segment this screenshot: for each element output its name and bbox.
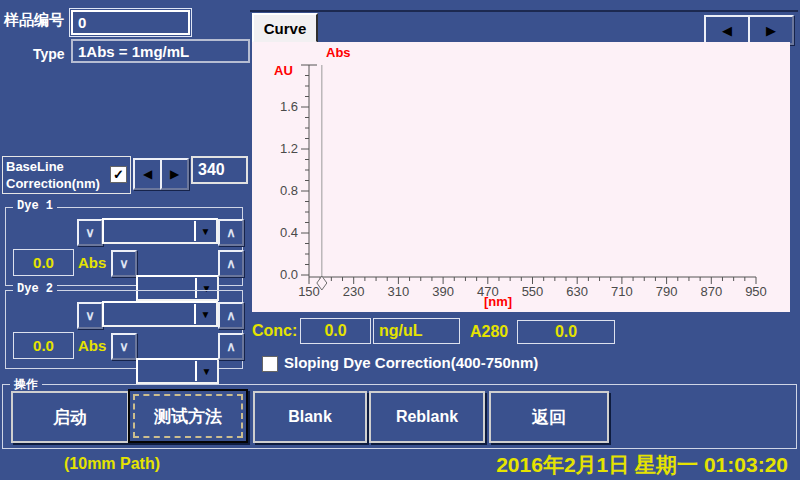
- dye2-title: Dye 2: [13, 282, 57, 296]
- baseline-label-box: BaseLine Correction(nm) ✓: [2, 156, 131, 194]
- dye1-wavelength-down-button[interactable]: ∨: [77, 219, 103, 246]
- conc-unit: ng/uL: [373, 318, 460, 344]
- dye1-wavelength-up-button[interactable]: ∧: [218, 219, 244, 246]
- sample-number-label: 样品编号: [4, 11, 64, 30]
- dropdown-icon: ▼: [194, 304, 215, 324]
- tab-curve[interactable]: Curve: [252, 13, 318, 43]
- dye1-select[interactable]: ▼: [102, 218, 218, 244]
- blank-button[interactable]: Blank: [253, 391, 367, 443]
- svg-text:[nm]: [nm]: [484, 294, 512, 309]
- test-method-button[interactable]: 测试方法: [128, 389, 248, 443]
- dye2-abs-value: 0.0: [13, 332, 74, 359]
- up-icon: ∧: [226, 257, 236, 270]
- sample-number-input[interactable]: 0: [71, 10, 190, 35]
- baseline-checkbox[interactable]: ✓: [110, 166, 127, 183]
- baseline-decrement-button[interactable]: ◀: [133, 158, 162, 190]
- conc-value: 0.0: [300, 318, 371, 344]
- type-label: Type: [33, 46, 65, 62]
- dye2-group: Dye 2 ∨ ▼ ∧ 0.0 Abs ∨ ▼ ∧: [5, 290, 243, 369]
- up-icon: ∧: [226, 309, 236, 322]
- up-icon: ∧: [226, 226, 236, 239]
- dye1-title: Dye 1: [13, 199, 57, 213]
- right-arrow-icon: ▶: [170, 168, 179, 180]
- up-icon: ∧: [226, 340, 236, 353]
- path-length-label: (10mm Path): [64, 455, 160, 473]
- back-button[interactable]: 返回: [489, 391, 609, 443]
- sloping-dye-label: Sloping Dye Correction(400-750nm): [284, 354, 538, 371]
- svg-text:0.4: 0.4: [280, 225, 298, 240]
- dye1-abs-up-button[interactable]: ∧: [218, 250, 244, 277]
- svg-text:230: 230: [343, 284, 365, 299]
- spectrum-chart[interactable]: 0.00.40.81.21.61502303103904705506307107…: [252, 42, 790, 312]
- svg-text:550: 550: [522, 284, 544, 299]
- tab-strip: Curve ◀ ▶: [250, 10, 798, 44]
- spectrophotometer-screen: 样品编号 0 Type 1Abs = 1mg/mL BaseLine Corre…: [0, 0, 800, 480]
- conc-label: Conc:: [252, 322, 297, 340]
- left-arrow-icon: ◀: [143, 168, 152, 180]
- svg-text:870: 870: [700, 284, 722, 299]
- svg-text:Abs: Abs: [326, 45, 351, 60]
- svg-text:1.6: 1.6: [280, 99, 298, 114]
- dye1-abs-label: Abs: [78, 254, 106, 271]
- svg-text:0.0: 0.0: [280, 267, 298, 282]
- sloping-dye-checkbox[interactable]: [262, 356, 278, 372]
- svg-text:1.2: 1.2: [280, 141, 298, 156]
- dye2-select[interactable]: ▼: [102, 301, 218, 327]
- dye2-abs-down-button[interactable]: ∨: [111, 333, 137, 360]
- dye1-group: Dye 1 ∨ ▼ ∧ 0.0 Abs ∨ ▼ ∧: [5, 207, 243, 286]
- tab-scroll-left-button[interactable]: ◀: [704, 15, 750, 45]
- actions-group: 操作 启动 测试方法 Blank Reblank 返回: [2, 384, 797, 449]
- baseline-increment-button[interactable]: ▶: [160, 158, 189, 190]
- svg-text:630: 630: [566, 284, 588, 299]
- dye1-abs-down-button[interactable]: ∨: [111, 250, 137, 277]
- datetime-label: 2016年2月1日 星期一 01:03:20: [496, 451, 788, 479]
- svg-text:390: 390: [432, 284, 454, 299]
- svg-text:150: 150: [298, 284, 320, 299]
- dropdown-icon: ▼: [195, 361, 216, 381]
- chart-panel: 0.00.40.81.21.61502303103904705506307107…: [252, 42, 790, 312]
- a280-label: A280: [470, 323, 508, 341]
- down-icon: ∨: [85, 226, 95, 239]
- svg-text:310: 310: [388, 284, 410, 299]
- left-arrow-icon: ◀: [722, 24, 732, 37]
- svg-text:790: 790: [656, 284, 678, 299]
- dye2-abs-label: Abs: [78, 337, 106, 354]
- svg-text:950: 950: [745, 284, 767, 299]
- down-icon: ∨: [85, 309, 95, 322]
- start-button[interactable]: 启动: [11, 391, 129, 443]
- reblank-button[interactable]: Reblank: [369, 391, 485, 443]
- down-icon: ∨: [119, 340, 129, 353]
- dye1-abs-value: 0.0: [13, 249, 74, 276]
- dye2-abs-select[interactable]: ▼: [136, 358, 219, 384]
- dye2-abs-up-button[interactable]: ∧: [218, 333, 244, 360]
- dropdown-icon: ▼: [194, 221, 215, 241]
- a280-value: 0.0: [517, 320, 615, 344]
- baseline-value-input[interactable]: 340: [191, 156, 248, 184]
- tab-scroll-right-button[interactable]: ▶: [748, 15, 794, 45]
- down-icon: ∨: [119, 257, 129, 270]
- dye2-wavelength-up-button[interactable]: ∧: [218, 302, 244, 329]
- dye2-wavelength-down-button[interactable]: ∨: [77, 302, 103, 329]
- type-input[interactable]: 1Abs = 1mg/mL: [71, 39, 250, 63]
- svg-text:AU: AU: [274, 63, 293, 78]
- svg-text:710: 710: [611, 284, 633, 299]
- right-arrow-icon: ▶: [766, 24, 776, 37]
- svg-text:0.8: 0.8: [280, 183, 298, 198]
